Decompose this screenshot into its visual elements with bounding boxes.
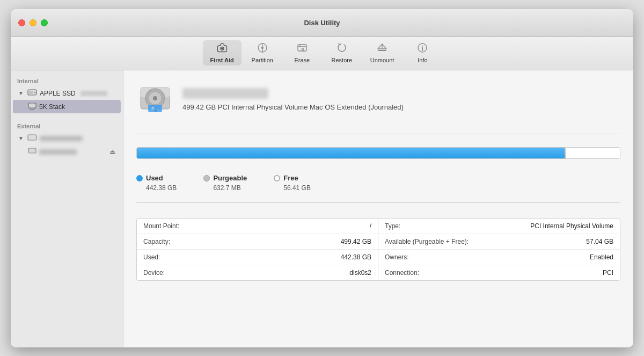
drive-large-icon: 🔍 (136, 81, 174, 119)
toolbar-info[interactable]: Info (404, 40, 441, 66)
legend-free-label: Free (283, 174, 298, 182)
divider-top (136, 134, 620, 134)
5k-stack-label: 5K Stack (39, 103, 65, 111)
toolbar-restore[interactable]: Restore (323, 40, 361, 66)
connection-val: PCI (603, 269, 613, 277)
drive-description: 499.42 GB PCI Internal Physical Volume M… (182, 103, 404, 111)
legend-used: Used 442.38 GB (136, 174, 177, 192)
svg-rect-18 (28, 103, 36, 108)
owners-val: Enabled (590, 253, 613, 261)
drive-icon-apple-ssd (27, 88, 37, 98)
drive-header: 🔍 499.42 GB PCI Internal Physical Volume… (136, 81, 620, 119)
disclosure-arrow-apple-ssd: ▼ (18, 90, 24, 96)
app-window: Disk Utility First Aid Partition (11, 9, 633, 347)
capacity-bar-container (136, 147, 620, 159)
info-row-type: Type: PCI Internal Physical Volume (378, 219, 620, 234)
close-button[interactable] (18, 19, 25, 26)
capacity-bar (136, 147, 620, 159)
info-row-mount: Mount Point: / (137, 219, 378, 234)
window-title: Disk Utility (304, 19, 340, 27)
capacity-key: Capacity: (143, 238, 170, 245)
sidebar: Internal ▼ APPLE SSD (11, 70, 123, 347)
info-table: Mount Point: / Capacity: 499.42 GB Used:… (136, 218, 620, 281)
eject-icon-ext[interactable]: ⏏ (109, 148, 115, 156)
svg-point-12 (422, 45, 423, 46)
legend-purgeable: Purgeable 632.7 MB (203, 174, 247, 192)
type-val: PCI Internal Physical Volume (530, 222, 613, 230)
drive-icon-ext (27, 133, 37, 143)
toolbar-erase[interactable]: Erase (283, 40, 321, 66)
sidebar-item-5k-stack[interactable]: 5K Stack (13, 100, 121, 113)
legend-dot-used (136, 175, 143, 181)
unmount-label: Unmount (370, 57, 394, 63)
legend-dot-purgeable (203, 175, 210, 181)
partition-icon (257, 42, 268, 56)
first-aid-icon (216, 42, 228, 56)
drive-icon-container: 🔍 (136, 81, 174, 119)
toolbar-unmount[interactable]: Unmount (363, 40, 402, 66)
capacity-legend: Used 442.38 GB Purgeable 632.7 MB Free (136, 174, 620, 192)
unmount-icon (376, 42, 388, 56)
info-row-owners: Owners: Enabled (378, 250, 620, 265)
erase-label: Erase (294, 57, 310, 63)
type-key: Type: (385, 222, 400, 230)
disclosure-arrow-ext: ▼ (18, 135, 24, 141)
used-val: 442.38 GB (341, 253, 371, 261)
mount-key: Mount Point: (143, 222, 179, 230)
sidebar-item-ext-drive[interactable]: ▼ (13, 132, 121, 145)
main-content: Internal ▼ APPLE SSD (11, 70, 633, 347)
info-row-available: Available (Purgeable + Free): 57.04 GB (378, 234, 620, 250)
info-col-left: Mount Point: / Capacity: 499.42 GB Used:… (137, 219, 378, 280)
legend-dot-free (274, 175, 280, 181)
legend-free-value: 56.41 GB (274, 184, 311, 192)
sidebar-item-apple-ssd[interactable]: ▼ APPLE SSD (13, 86, 121, 100)
volume-icon-5k-stack (28, 101, 36, 112)
info-icon (416, 42, 428, 56)
sidebar-item-ext-volume[interactable]: ⏏ (13, 145, 121, 158)
toolbar: First Aid Partition Erase (11, 37, 633, 71)
restore-label: Restore (332, 57, 353, 63)
legend-used-label: Used (146, 174, 163, 182)
svg-point-25 (153, 96, 157, 100)
apple-ssd-label: APPLE SSD (40, 90, 76, 97)
legend-purgeable-value: 632.7 MB (203, 184, 247, 192)
device-key: Device: (143, 269, 165, 277)
legend-used-value: 442.38 GB (136, 184, 177, 192)
divider-mid (136, 202, 620, 203)
external-section-label: External (11, 121, 123, 132)
available-val: 57.04 GB (586, 238, 613, 245)
svg-point-14 (34, 92, 35, 93)
info-row-device: Device: disk0s2 (137, 265, 378, 280)
drive-name-blurred (182, 88, 268, 99)
capacity-used-bar (137, 148, 565, 158)
info-row-used: Used: 442.38 GB (137, 250, 378, 265)
info-row-connection: Connection: PCI (378, 265, 620, 280)
traffic-lights (18, 19, 48, 26)
used-key: Used: (143, 253, 160, 261)
mount-val: / (370, 222, 371, 230)
connection-key: Connection: (385, 269, 419, 277)
info-row-capacity: Capacity: 499.42 GB (137, 234, 378, 250)
svg-text:🔍: 🔍 (151, 106, 157, 112)
owners-key: Owners: (385, 253, 409, 261)
toolbar-first-aid[interactable]: First Aid (203, 40, 241, 66)
device-val: disk0s2 (349, 269, 371, 277)
volume-icon-ext (28, 147, 36, 157)
info-label: Info (418, 57, 427, 63)
available-key: Available (Purgeable + Free): (385, 238, 469, 245)
first-aid-label: First Aid (210, 57, 234, 63)
partition-label: Partition (252, 57, 273, 63)
maximize-button[interactable] (41, 19, 48, 26)
capacity-val: 499.42 GB (341, 238, 371, 245)
info-col-right: Type: PCI Internal Physical Volume Avail… (378, 219, 620, 280)
internal-section-label: Internal (11, 76, 123, 86)
erase-icon (296, 42, 308, 56)
capacity-free-bar (566, 148, 620, 158)
drive-title-area: 499.42 GB PCI Internal Physical Volume M… (182, 88, 620, 112)
svg-rect-20 (28, 148, 36, 153)
restore-icon (336, 42, 348, 56)
minimize-button[interactable] (30, 19, 36, 26)
legend-free: Free 56.41 GB (274, 174, 311, 192)
toolbar-partition[interactable]: Partition (244, 40, 281, 66)
legend-purgeable-label: Purgeable (213, 174, 247, 182)
